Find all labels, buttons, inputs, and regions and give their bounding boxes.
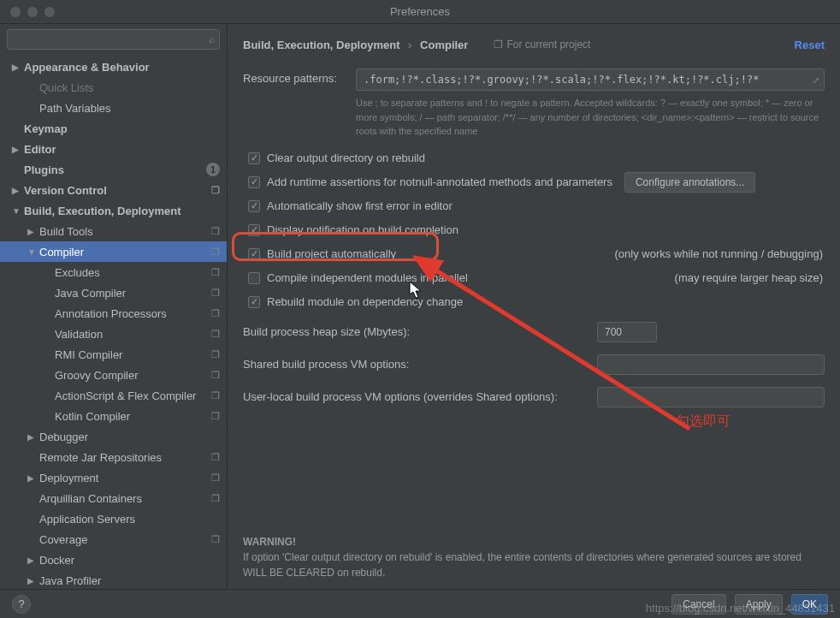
apply-button[interactable]: Apply [735,594,783,615]
sidebar: ⌕ ▶Appearance & BehaviorQuick ListsPath … [0,24,228,589]
sidebar-item[interactable]: ▶Appearance & Behavior [0,56,227,77]
check-build-automatically[interactable]: Build project automatically (only works … [243,243,825,265]
sidebar-item[interactable]: RMI Compiler❐ [0,344,227,365]
heap-size-input[interactable] [597,322,657,342]
project-scope-icon: ❐ [211,493,220,504]
close-dot[interactable] [10,7,21,17]
checkbox[interactable] [248,200,260,212]
configure-annotations-button[interactable]: Configure annotations... [624,172,755,193]
tree-label: Coverage [39,533,208,546]
resource-patterns-label: Resource patterns: [243,68,344,85]
tree-arrow-icon: ▶ [27,227,39,236]
tree-label: Kotlin Compiler [55,410,208,423]
tree-label: Deployment [39,472,208,484]
tree-arrow-icon: ▶ [27,556,39,565]
project-scope-icon: ❐ [211,329,220,340]
sidebar-item[interactable]: ▶Version Control❐ [0,180,227,200]
sidebar-item[interactable]: ▶Java Profiler [0,570,227,589]
sidebar-item[interactable]: Excludes❐ [0,262,227,282]
checkbox[interactable] [248,224,260,236]
badge-count: 1 [206,163,220,176]
check-compile-parallel[interactable]: Compile independent modules in parallel … [243,267,825,289]
tree-label: ActionScript & Flex Compiler [55,389,208,402]
tree-label: Debugger [39,431,220,443]
titlebar: Preferences [0,0,840,24]
main-area: ⌕ ▶Appearance & BehaviorQuick ListsPath … [0,24,840,589]
checkbox[interactable] [248,152,260,164]
tree-arrow-icon: ▶ [27,473,39,483]
checkbox[interactable] [248,272,260,284]
shared-vm-input[interactable] [597,354,825,375]
tree-label: Quick Lists [39,81,220,94]
sidebar-item[interactable]: Application Servers [0,508,227,529]
tree-label: Appearance & Behavior [24,61,220,74]
breadcrumb-row: Build, Execution, Deployment › Compiler … [243,33,825,56]
sidebar-item[interactable]: Arquillian Containers❐ [0,488,227,508]
dialog-footer: ? Cancel Apply OK [0,589,840,618]
sidebar-item[interactable]: Groovy Compiler❐ [0,365,227,385]
tree-label: Excludes [55,266,208,279]
check-display-notification[interactable]: Display notification on build completion [243,219,825,241]
breadcrumb-parent[interactable]: Build, Execution, Deployment [243,39,399,51]
project-scope-icon: ❐ [211,452,220,463]
minimize-dot[interactable] [27,7,38,17]
tree-arrow-icon: ▶ [27,432,39,442]
window-controls[interactable] [10,7,55,17]
tree-arrow-icon: ▶ [12,145,24,154]
sidebar-item[interactable]: ▶Deployment❐ [0,467,227,488]
tree-label: Version Control [24,184,208,197]
tree-label: Annotation Processors [55,307,208,320]
warning-text: If option 'Clear output directory on reb… [243,550,825,580]
checkbox[interactable] [248,296,260,308]
expand-icon[interactable]: ⤢ [813,75,819,85]
user-vm-input[interactable] [597,387,825,407]
check-rebuild-on-dep[interactable]: Rebuild module on dependency change [243,291,825,313]
sidebar-item[interactable]: ▶Debugger [0,426,227,447]
check-runtime-assertions[interactable]: Add runtime assertions for notnull-annot… [243,171,825,193]
check-clear-output[interactable]: Clear output directory on rebuild [243,147,825,169]
sidebar-item[interactable]: ▶Docker [0,550,227,570]
breadcrumb-current: Compiler [420,39,468,51]
tree-label: Keymap [24,122,220,135]
checkbox[interactable] [248,248,260,260]
sidebar-item[interactable]: Kotlin Compiler❐ [0,406,227,426]
check-note: (only works while not running / debuggin… [614,247,825,260]
reset-link[interactable]: Reset [795,39,825,51]
for-project-label: ❐ For current project [494,39,590,51]
tree-label: Remote Jar Repositories [39,451,208,464]
tree-arrow-icon: ▼ [27,247,39,257]
sidebar-item[interactable]: Path Variables [0,98,227,118]
sidebar-item[interactable]: ▼Compiler❐ [0,241,227,262]
sidebar-item[interactable]: Annotation Processors❐ [0,303,227,324]
sidebar-item[interactable]: Validation❐ [0,324,227,344]
tree-arrow-icon: ▶ [12,186,24,195]
sidebar-item[interactable]: ActionScript & Flex Compiler❐ [0,385,227,406]
tree-arrow-icon: ▼ [12,206,24,216]
search-input[interactable] [7,29,220,50]
sidebar-item[interactable]: Plugins1 [0,159,227,180]
sidebar-item[interactable]: ▼Build, Execution, Deployment [0,200,227,221]
sidebar-item[interactable]: Java Compiler❐ [0,282,227,303]
project-scope-icon: ❐ [211,370,220,381]
tree-label: Build Tools [39,225,208,238]
ok-button[interactable]: OK [791,594,828,615]
tree-label: Docker [39,554,220,567]
sidebar-item[interactable]: ▶Editor [0,139,227,159]
checkbox[interactable] [248,176,260,188]
tree-label: Editor [24,143,220,156]
sidebar-item[interactable]: Coverage❐ [0,529,227,550]
sidebar-item[interactable]: Quick Lists [0,77,227,98]
sidebar-item[interactable]: ▶Build Tools❐ [0,221,227,241]
sidebar-item[interactable]: Keymap [0,118,227,139]
help-button[interactable]: ? [12,595,31,614]
resource-patterns-input[interactable]: .form;!?*.class;!?*.groovy;!?*.scala;!?*… [356,68,825,91]
sidebar-item[interactable]: Remote Jar Repositories❐ [0,447,227,467]
check-auto-show-error[interactable]: Automatically show first error in editor [243,195,825,217]
project-scope-icon: ❐ [211,411,220,422]
warning-block: WARNING! If option 'Clear output directo… [243,534,825,580]
tree-label: RMI Compiler [55,348,208,361]
tree-label: Java Profiler [39,574,220,587]
cancel-button[interactable]: Cancel [671,594,725,615]
project-scope-icon: ❐ [211,288,220,299]
zoom-dot[interactable] [44,7,55,17]
